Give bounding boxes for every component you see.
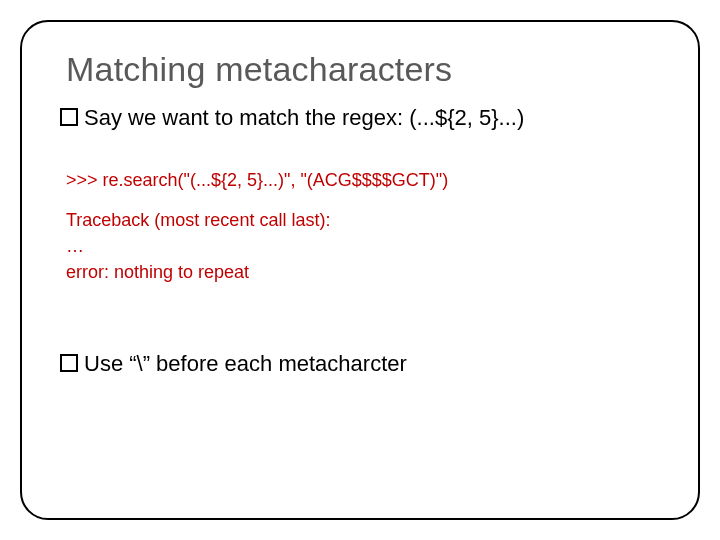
traceback-line-2: … [66,233,662,259]
slide-title: Matching metacharacters [66,50,662,89]
spacer [66,285,662,343]
square-bullet-icon [60,108,78,126]
traceback-line-1: Traceback (most recent call last): [66,207,662,233]
bullet-item-2: Use “\” before each metacharcter [60,349,662,379]
slide-frame: Matching metacharacters Say we want to m… [20,20,700,520]
code-line-1: >>> re.search("(...${2, 5}...)", "(ACG$$… [66,167,662,193]
bullet-item-1: Say we want to match the regex: (...${2,… [60,103,662,133]
code-block: >>> re.search("(...${2, 5}...)", "(ACG$$… [66,167,662,285]
square-bullet-icon [60,354,78,372]
bullet-1-text: Say we want to match the regex: (...${2,… [84,103,662,133]
bullet-2-text: Use “\” before each metacharcter [84,349,662,379]
traceback-line-3: error: nothing to repeat [66,259,662,285]
